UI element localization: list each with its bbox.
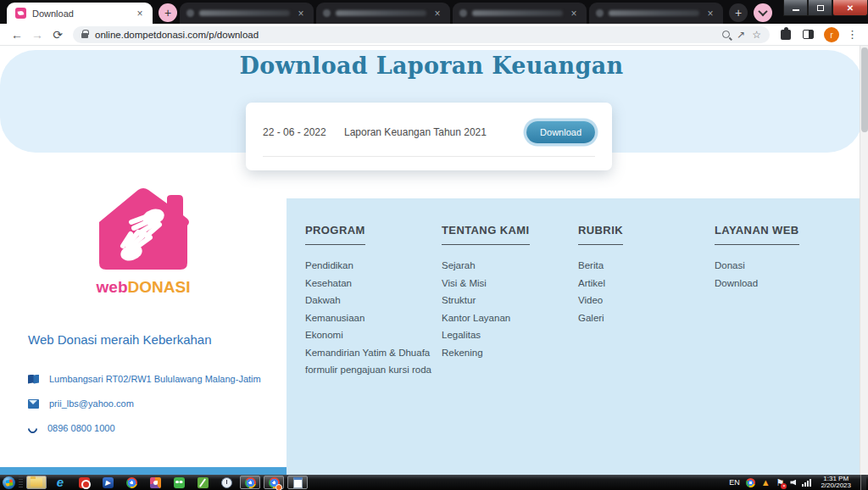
chrome-tray-icon[interactable] xyxy=(746,478,755,487)
back-button[interactable]: ← xyxy=(7,28,27,42)
windows-taskbar: e ▶ EN ▲ ⚑ 1:31 PM 2/20/2023 xyxy=(0,475,868,490)
footer-link[interactable]: Rekening xyxy=(442,344,578,362)
minimize-icon xyxy=(793,9,799,11)
taskbar-clock[interactable]: 1:31 PM 2/20/2023 xyxy=(817,476,854,490)
tab-close-icon[interactable]: × xyxy=(704,8,716,19)
footer-link[interactable]: Kantor Layanan xyxy=(442,309,578,327)
report-date: 22 - 06 - 2022 xyxy=(263,126,344,138)
clock-date: 2/20/2023 xyxy=(821,482,851,490)
tab-favicon-icon xyxy=(596,9,604,17)
forward-button[interactable]: → xyxy=(27,28,47,42)
footer-link[interactable]: Video xyxy=(578,292,715,309)
card-divider xyxy=(263,156,595,157)
footer-column-rubrik: RUBRIK BeritaArtikelVideoGaleri xyxy=(578,222,715,475)
tab-close-icon[interactable]: × xyxy=(295,8,307,19)
new-tab-button[interactable]: + xyxy=(159,3,177,22)
chrome-window-2[interactable] xyxy=(264,476,284,489)
reload-button[interactable]: ⟳ xyxy=(47,28,68,42)
internet-explorer-icon[interactable]: e xyxy=(50,476,70,489)
share-icon[interactable]: ↗ xyxy=(737,29,745,41)
footer-link[interactable]: Download xyxy=(715,275,799,292)
speaker-icon[interactable] xyxy=(790,480,796,486)
language-indicator[interactable]: EN xyxy=(729,478,740,487)
footer-link[interactable]: Dakwah xyxy=(305,292,442,309)
footer-link[interactable]: Galeri xyxy=(578,309,715,327)
maximize-button[interactable] xyxy=(808,0,832,16)
footer-link[interactable]: Kemandirian Yatim & Dhuafa xyxy=(305,344,442,362)
network-signal-icon[interactable] xyxy=(802,479,811,487)
footer-column-program: PROGRAM PendidikanKesehatanDakwahKemanus… xyxy=(305,222,442,475)
bookmark-star-icon[interactable]: ☆ xyxy=(752,29,761,41)
contact-address: Lumbangsari RT02/RW1 Bululawang Malang-J… xyxy=(28,374,287,384)
chrome-window-1[interactable] xyxy=(240,476,260,489)
scrollbar-thumb[interactable] xyxy=(861,47,868,132)
media-player-icon[interactable]: ▶ xyxy=(97,476,118,489)
tab-favicon-icon xyxy=(459,9,467,17)
footer-tagline: Web Donasi meraih Keberkahan xyxy=(28,332,287,347)
tab-close-icon[interactable]: × xyxy=(568,8,580,19)
notepad-icon[interactable] xyxy=(287,476,308,489)
footer-link[interactable]: Artikel xyxy=(578,275,715,292)
report-row: 22 - 06 - 2022 Laporan Keuangan Tahun 20… xyxy=(263,121,595,143)
tab-close-icon[interactable]: × xyxy=(134,8,146,19)
side-panel-icon[interactable] xyxy=(803,30,814,39)
footer-link[interactable]: Donasi xyxy=(715,257,799,275)
webdonasi-logo-icon xyxy=(94,185,192,271)
footer-column-title: LAYANAN WEB xyxy=(715,224,799,245)
report-name: Laporan Keuangan Tahun 2021 xyxy=(344,126,526,138)
footer-column-title: TENTANG KAMI xyxy=(442,224,530,245)
scheduler-app-icon[interactable] xyxy=(216,476,236,489)
minimize-button[interactable] xyxy=(783,0,808,16)
coreldraw-icon[interactable] xyxy=(192,476,213,489)
footer-link[interactable]: Visi & Misi xyxy=(442,275,578,292)
footer-brand-panel: webDONASI Web Donasi meraih Keberkahan L… xyxy=(0,153,287,475)
footer-link[interactable]: Berita xyxy=(578,257,715,275)
tab-close-icon[interactable]: × xyxy=(431,8,443,19)
tab-download[interactable]: Download × xyxy=(7,3,153,24)
show-desktop-button[interactable] xyxy=(860,475,866,490)
file-explorer-icon[interactable] xyxy=(26,476,47,489)
chrome-icon[interactable] xyxy=(121,476,142,489)
footer-column-title: RUBRIK xyxy=(578,224,623,245)
footer-link[interactable]: Sejarah xyxy=(442,257,578,275)
close-button[interactable]: ✕ xyxy=(832,0,868,16)
browser-tab-strip: Download × + × × × × + ✕ xyxy=(0,0,868,24)
site-favicon-icon xyxy=(15,8,26,19)
browser-toolbar: ← → ⟳ online.dompetdonasi.com/p/download… xyxy=(0,24,868,46)
download-button[interactable]: Download xyxy=(526,121,595,143)
extensions-icon[interactable] xyxy=(781,30,791,40)
logo-wrap: webDONASI xyxy=(0,185,287,297)
inactive-tab[interactable]: × xyxy=(316,3,450,24)
footer-link[interactable]: Pendidikan xyxy=(305,257,442,275)
action-center-flag-icon[interactable]: ⚑ xyxy=(776,478,785,487)
inactive-tab[interactable]: × xyxy=(180,3,314,24)
footer-link[interactable]: formulir pengajuan kursi roda xyxy=(305,361,442,379)
tab-search-chevron-button[interactable] xyxy=(754,3,772,22)
profile-avatar[interactable]: r xyxy=(824,27,839,42)
start-button[interactable] xyxy=(3,476,15,489)
zoom-icon[interactable] xyxy=(722,31,730,38)
gom-player-icon[interactable] xyxy=(74,476,94,489)
inactive-tab[interactable]: × xyxy=(453,3,587,24)
tokopedia-icon[interactable] xyxy=(169,476,189,489)
window-controls: ✕ xyxy=(783,0,868,16)
url-text[interactable]: online.dompetdonasi.com/p/download xyxy=(95,30,715,40)
footer-accent-bar xyxy=(0,467,287,475)
footer-link[interactable]: Ekonomi xyxy=(305,326,442,344)
foxit-reader-icon[interactable] xyxy=(145,476,165,489)
footer-column-layanan-web: LAYANAN WEB DonasiDownload xyxy=(715,222,799,475)
menu-kebab-icon[interactable]: ⋮ xyxy=(847,28,858,41)
tab-title: Download xyxy=(32,8,128,19)
footer-link[interactable]: Struktur xyxy=(442,292,578,309)
tab-favicon-icon xyxy=(186,9,194,17)
footer-link[interactable]: Legalitas xyxy=(442,326,578,344)
page-scrollbar[interactable] xyxy=(860,46,868,475)
page-title: Download Laporan Keuangan xyxy=(0,50,863,79)
new-tab-button-secondary[interactable]: + xyxy=(729,3,748,22)
footer-link[interactable]: Kesehatan xyxy=(305,275,442,292)
maximize-icon xyxy=(817,5,824,11)
footer-link[interactable]: Kemanusiaan xyxy=(305,309,442,327)
inactive-tab[interactable]: × xyxy=(589,3,723,24)
address-bar[interactable]: online.dompetdonasi.com/p/download ↗ ☆ xyxy=(73,26,770,43)
warning-triangle-icon[interactable]: ▲ xyxy=(761,478,771,487)
